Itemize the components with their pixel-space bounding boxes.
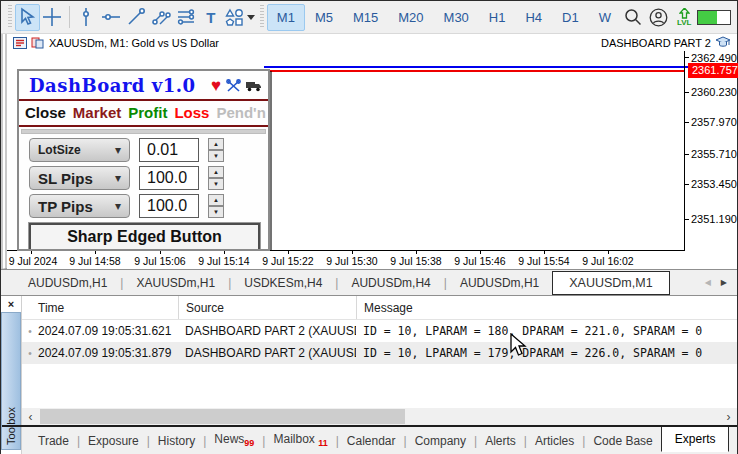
time-tick: [544, 251, 545, 254]
timeframe-m5-button[interactable]: M5: [305, 4, 343, 31]
profit-action-label[interactable]: Profit: [128, 104, 167, 121]
chart-tab-audusdm-h1-2[interactable]: AUDUSDm,H1: [447, 272, 552, 294]
search-button[interactable]: [621, 4, 646, 31]
chart-area[interactable]: 2362.490 2361.757 2360.230 2357.970 2355…: [7, 51, 737, 251]
dashboard-actions-row: Close Market Profit Loss Pend'n: [19, 101, 268, 127]
close-action-label[interactable]: Close: [25, 104, 66, 121]
scrollbar-thumb[interactable]: [40, 409, 405, 424]
chart-tab-xauusdm-h1[interactable]: XAUUSDm,H1: [123, 272, 228, 294]
pending-action-label[interactable]: Pend'n: [216, 104, 265, 121]
tab-journal[interactable]: Jou: [729, 430, 737, 452]
log-row[interactable]: • 2024.07.09 19:05:31.879 DASHBOARD PART…: [22, 342, 737, 364]
chart-tab-audusdm-h1[interactable]: AUDUSDm,H1: [15, 272, 120, 294]
tab-exposure[interactable]: Exposure: [80, 430, 147, 452]
spin-down-icon[interactable]: ▼: [208, 178, 224, 190]
lvl-indicator[interactable]: LVL: [677, 8, 692, 27]
tab-experts-active[interactable]: Experts: [661, 427, 730, 452]
chart-tab-audusdm-h4[interactable]: AUDUSDm,H4: [338, 272, 443, 294]
lotsize-stepper[interactable]: ▲ ▼: [208, 138, 224, 162]
price-tick: [685, 92, 689, 93]
market-action-label[interactable]: Market: [73, 104, 121, 121]
equidistant-channel-tool-button[interactable]: [173, 4, 198, 31]
log-time: 2024.07.09 19:05:31.879: [38, 346, 178, 360]
cursor-tool-button[interactable]: [15, 4, 40, 31]
vertical-line-tool-button[interactable]: [74, 4, 99, 31]
spin-up-icon[interactable]: ▲: [208, 166, 224, 178]
spin-up-icon[interactable]: ▲: [208, 194, 224, 206]
tppips-label: TP Pips: [38, 198, 93, 215]
scrollbar-left-arrow-icon[interactable]: ‹: [22, 408, 39, 425]
graduation-cap-icon[interactable]: [715, 36, 731, 49]
slpips-stepper[interactable]: ▲ ▼: [208, 166, 224, 190]
trendline-tool-button[interactable]: [124, 4, 149, 31]
timeframe-m30-button[interactable]: M30: [434, 4, 479, 31]
slpips-label: SL Pips: [38, 170, 93, 187]
tools-icon[interactable]: [226, 79, 241, 93]
log-source: DASHBOARD PART 2 (XAUUSD...: [178, 324, 356, 338]
time-axis[interactable]: 9 Jul 2024 9 Jul 14:58 9 Jul 15:06 9 Jul…: [7, 251, 737, 269]
timeframe-m1-button[interactable]: M1: [267, 4, 305, 31]
lvl-progress-fill: [698, 11, 717, 24]
lotsize-input[interactable]: 0.01: [139, 138, 199, 162]
shapes-tool-button[interactable]: [223, 4, 257, 31]
log-time: 2024.07.09 19:05:31.621: [38, 324, 178, 338]
tppips-input[interactable]: 100.0: [139, 194, 199, 218]
cursor-icon: [17, 7, 37, 27]
column-header-message[interactable]: Message: [356, 296, 737, 319]
column-header-time[interactable]: Time: [22, 301, 178, 315]
tab-alerts[interactable]: Alerts: [477, 430, 524, 452]
toolbar-grip[interactable]: [8, 5, 12, 29]
search-icon: [624, 8, 642, 26]
account-button[interactable]: [646, 4, 671, 31]
tabs-scroll-left-icon[interactable]: ◀: [705, 278, 711, 287]
toolbox-close-button[interactable]: ×: [1, 296, 21, 312]
heart-icon[interactable]: ♥: [211, 77, 221, 94]
tab-history[interactable]: History: [150, 430, 203, 452]
spin-up-icon[interactable]: ▲: [208, 138, 224, 150]
current-price-flag: 2361.757: [688, 63, 738, 78]
timeframe-w1-button[interactable]: W: [589, 4, 621, 31]
slpips-dropdown[interactable]: SL Pips ▾: [29, 166, 130, 190]
tppips-dropdown[interactable]: TP Pips ▾: [29, 194, 130, 218]
loss-action-label[interactable]: Loss: [174, 104, 209, 121]
timeframe-m15-button[interactable]: M15: [343, 4, 388, 31]
lotsize-dropdown[interactable]: LotSize ▾: [29, 138, 130, 162]
log-bullet-icon: •: [22, 326, 38, 337]
timeframe-h4-button[interactable]: H4: [515, 4, 552, 31]
price-axis-line: [684, 51, 685, 251]
tab-code-base[interactable]: Code Base: [585, 430, 660, 452]
spin-down-icon[interactable]: ▼: [208, 206, 224, 218]
tppips-stepper[interactable]: ▲ ▼: [208, 194, 224, 218]
sharp-edged-button[interactable]: Sharp Edged Button: [29, 223, 260, 251]
timeframe-d1-button[interactable]: D1: [552, 4, 589, 31]
tab-mailbox[interactable]: Mailbox 11: [265, 428, 335, 452]
horizontal-scrollbar[interactable]: ‹ ›: [22, 408, 737, 425]
column-header-source[interactable]: Source: [178, 296, 356, 319]
timeframe-m20-button[interactable]: M20: [388, 4, 433, 31]
timeframe-h1-button[interactable]: H1: [479, 4, 516, 31]
chart-tab-xauusdm-m1-active[interactable]: XAUUSDm,M1: [552, 271, 669, 295]
toolbar-grip-2[interactable]: [260, 5, 264, 29]
text-tool-button[interactable]: T: [198, 4, 223, 31]
tab-news[interactable]: News99: [206, 428, 262, 452]
spin-down-icon[interactable]: ▼: [208, 150, 224, 162]
log-row[interactable]: • 2024.07.09 19:05:31.621 DASHBOARD PART…: [22, 320, 737, 342]
chart-overlay-label: DASHBOARD PART 2: [601, 37, 711, 49]
toolbox-strip-body[interactable]: Toolbox: [1, 312, 21, 450]
crosshair-tool-button[interactable]: [40, 4, 65, 31]
chart-tab-usdkesm-h4[interactable]: USDKESm,H4: [231, 272, 335, 294]
ask-price-line-dashed: [297, 66, 407, 68]
slpips-input[interactable]: 100.0: [139, 166, 199, 190]
tab-articles[interactable]: Articles: [527, 430, 582, 452]
truck-icon[interactable]: [246, 80, 262, 92]
scrollbar-right-arrow-icon[interactable]: ›: [720, 408, 737, 425]
chart-title-bar[interactable]: XAUUSDm, M1: Gold vs US Dollar DASHBOARD…: [7, 34, 737, 51]
price-tick: [685, 122, 689, 123]
tab-company[interactable]: Company: [407, 430, 474, 452]
channel-tool-button[interactable]: [148, 4, 173, 31]
tab-trade[interactable]: Trade: [30, 430, 77, 452]
horizontal-line-tool-button[interactable]: [99, 4, 124, 31]
chart-list-icon: [13, 37, 27, 49]
tabs-scroll-right-icon[interactable]: ▶: [721, 278, 727, 287]
tab-calendar[interactable]: Calendar: [339, 430, 404, 452]
